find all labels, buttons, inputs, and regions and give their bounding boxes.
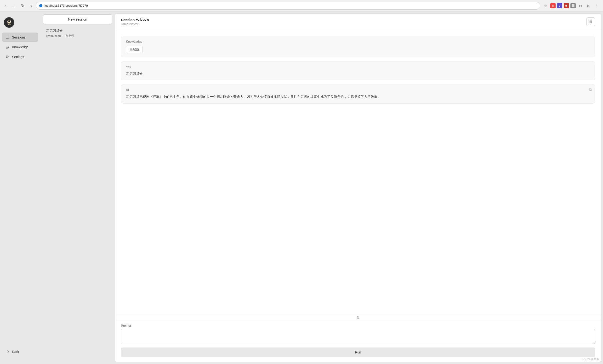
- avatar: [4, 17, 14, 28]
- ext-icon-2[interactable]: V: [557, 3, 562, 8]
- session-header-left: Session #7l727o llama3:latest: [121, 18, 149, 26]
- sessions-panel: New session 高启强是谁 qwen2:0.5b — 高启强: [40, 11, 115, 364]
- session-model: llama3:latest: [121, 22, 149, 26]
- bookmark-icon[interactable]: ☆: [542, 2, 549, 9]
- knowledge-tag[interactable]: 高启强: [126, 46, 142, 53]
- prompt-area: Prompt Run: [115, 320, 601, 362]
- ext-icon-3[interactable]: ⛨: [564, 3, 569, 8]
- session-header: Session #7l727o llama3:latest 🗑: [115, 14, 601, 30]
- sidebar-settings-label: Settings: [12, 55, 24, 59]
- home-button[interactable]: ⌂: [27, 2, 34, 9]
- sidebar-logo: [0, 15, 40, 33]
- sidebar-dark-label: Dark: [12, 350, 19, 354]
- sidebar-sessions-label: Sessions: [12, 35, 26, 39]
- svg-point-4: [10, 21, 11, 22]
- sidebar-bottom: ☽ Dark: [0, 345, 40, 360]
- knowledge-icon: ◎: [5, 45, 10, 49]
- session-title: 高启强是谁: [46, 29, 109, 33]
- nav-buttons: ← → ↻ ⌂: [3, 2, 34, 9]
- prompt-label: Prompt: [121, 324, 595, 327]
- knowledge-role-label: KnowLedge: [126, 40, 590, 43]
- sidebar-item-dark[interactable]: ☽ Dark: [2, 347, 38, 356]
- sessions-icon: ☰: [5, 35, 10, 39]
- dark-icon: ☽: [5, 349, 10, 354]
- security-icon: 🔵: [39, 4, 43, 7]
- new-session-button[interactable]: New session: [43, 14, 112, 24]
- app-container: ☰ Sessions ◎ Knowledge ⚙ Settings ☽ Dark…: [0, 11, 603, 364]
- delete-button[interactable]: 🗑: [586, 17, 595, 26]
- resize-handle[interactable]: ⇅: [115, 315, 601, 320]
- browser-chrome: ← → ↻ ⌂ 🔵 ☆ 8 V ⛨ ⬜ ⊡ ▷ ⋮: [0, 0, 603, 11]
- settings-icon: ⚙: [5, 55, 10, 59]
- session-id: Session #7l727o: [121, 18, 149, 22]
- you-message-block: You 高启强是谁: [121, 61, 595, 80]
- copy-button[interactable]: ⧉: [589, 87, 591, 92]
- sidebar-nav: ☰ Sessions ◎ Knowledge ⚙ Settings: [0, 33, 40, 345]
- back-button[interactable]: ←: [3, 2, 10, 9]
- sidebar-item-knowledge[interactable]: ◎ Knowledge: [2, 42, 38, 52]
- cast-icon[interactable]: ⊡: [577, 2, 584, 9]
- sidebar-item-settings[interactable]: ⚙ Settings: [2, 52, 38, 61]
- forward-button[interactable]: →: [11, 2, 18, 9]
- messages-area[interactable]: KnowLedge 高启强 You 高启强是谁 Ai ⧉ 高启强是电视剧《狂飙》…: [115, 30, 601, 315]
- session-meta: qwen2:0.5b — 高启强: [46, 34, 109, 38]
- you-message-text: 高启强是谁: [126, 71, 590, 76]
- ext-icon-1[interactable]: 8: [550, 3, 556, 8]
- url-input[interactable]: [45, 4, 537, 7]
- ai-role-label: Ai: [126, 88, 590, 92]
- ext-icon-4[interactable]: ⬜: [570, 3, 576, 8]
- ai-message-text: 高启强是电视剧《狂飙》中的男主角。他在剧中饰演的是一个阴差阳错的普通人，因为帮人…: [126, 94, 590, 99]
- address-bar[interactable]: 🔵: [36, 2, 540, 10]
- session-list-item[interactable]: 高启强是谁 qwen2:0.5b — 高启强: [43, 26, 112, 40]
- more-icon[interactable]: ⋮: [593, 2, 600, 9]
- sidebar-knowledge-label: Knowledge: [12, 45, 28, 49]
- svg-point-3: [8, 21, 9, 22]
- knowledge-message-block: KnowLedge 高启强: [121, 36, 595, 57]
- sidebar-item-sessions[interactable]: ☰ Sessions: [2, 33, 38, 42]
- run-button[interactable]: Run: [121, 347, 595, 357]
- you-role-label: You: [126, 65, 590, 69]
- ai-message-block: Ai ⧉ 高启强是电视剧《狂飙》中的男主角。他在剧中饰演的是一个阴差阳错的普通人…: [121, 84, 595, 103]
- reload-button[interactable]: ↻: [19, 2, 26, 9]
- main-content: Session #7l727o llama3:latest 🗑 KnowLedg…: [115, 13, 601, 362]
- sidebar: ☰ Sessions ◎ Knowledge ⚙ Settings ☽ Dark: [0, 11, 40, 364]
- prompt-textarea[interactable]: [121, 329, 595, 344]
- browser-actions: ☆ 8 V ⛨ ⬜ ⊡ ▷ ⋮: [542, 2, 600, 9]
- media-icon[interactable]: ▷: [585, 2, 592, 9]
